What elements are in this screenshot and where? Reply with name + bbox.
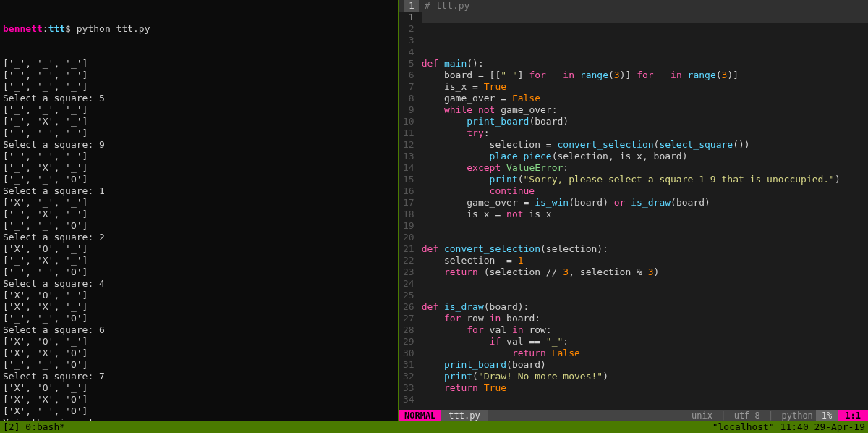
terminal-line: ['_', '_', '_'] <box>3 81 395 93</box>
code-line: return True <box>422 382 868 394</box>
terminal-line: ['X', 'O', '_'] <box>3 382 395 394</box>
terminal-output: ['_', '_', '_']['_', '_', '_']['_', '_',… <box>3 58 395 421</box>
filename-badge: ttt.py <box>441 410 487 421</box>
position-badge: 1:1 <box>838 410 868 421</box>
tab-number: 1 <box>404 0 419 12</box>
terminal-line: ['_', '_', '_'] <box>3 127 395 139</box>
terminal-command: python ttt.py <box>77 23 150 34</box>
code-line: print_board(board) <box>422 116 868 127</box>
terminal-line: ['_', 'X', '_'] <box>3 255 395 266</box>
terminal-line: ['X', 'O', '_'] <box>3 336 395 348</box>
terminal-line: ['_', '_', '_'] <box>3 104 395 116</box>
code-line: game_over = is_win(board) or is_draw(boa… <box>422 197 868 209</box>
terminal-pane[interactable]: bennett:ttt$ python ttt.py ['_', '_', '_… <box>0 0 398 421</box>
code-line: except ValueError: <box>422 162 868 174</box>
code-line: print_board(board) <box>422 359 868 371</box>
code-body[interactable]: def main(): board = [["_"] for _ in rang… <box>422 12 868 410</box>
code-line: print("Sorry, please select a square 1-9… <box>422 174 868 185</box>
code-line: def is_draw(board): <box>422 301 868 313</box>
code-area[interactable]: 1234567891011121314151617181920212223242… <box>399 12 868 410</box>
terminal-line: ['_', 'X', '_'] <box>3 209 395 220</box>
code-line: continue <box>422 185 868 197</box>
code-line <box>422 405 868 410</box>
workspace: bennett:ttt$ python ttt.py ['_', '_', '_… <box>0 0 868 421</box>
code-line: selection -= 1 <box>422 255 868 266</box>
code-line: game_over = False <box>422 93 868 104</box>
code-line: for val in row: <box>422 324 868 336</box>
terminal-line: ['_', '_', 'O'] <box>3 174 395 185</box>
terminal-line: Select a square: 9 <box>3 139 395 151</box>
terminal-line: Select a square: 6 <box>3 324 395 336</box>
terminal-line: ['_', 'X', '_'] <box>3 116 395 127</box>
code-line <box>422 394 868 405</box>
code-line: is_x = True <box>422 81 868 93</box>
line-number-gutter: 1234567891011121314151617181920212223242… <box>399 12 422 410</box>
code-line <box>422 290 868 301</box>
terminal-line: Select a square: 1 <box>3 185 395 197</box>
terminal-line: Select a square: 5 <box>3 93 395 104</box>
terminal-line: ['_', '_', '_'] <box>3 58 395 70</box>
terminal-line: ['_', '_', '_'] <box>3 151 395 162</box>
code-line: def main(): <box>422 58 868 70</box>
status-right: unix | utf-8 | python <box>689 410 816 421</box>
code-line: selection = convert_selection(select_squ… <box>422 139 868 151</box>
terminal-line: Select a square: 2 <box>3 232 395 243</box>
prompt-user: bennett <box>3 23 43 34</box>
terminal-line: Select a square: 4 <box>3 278 395 290</box>
terminal-line: ['X', 'O', '_'] <box>3 290 395 301</box>
code-line <box>422 46 868 58</box>
code-line <box>422 232 868 243</box>
editor-pane[interactable]: 1 # ttt.py 12345678910111213141516171819… <box>399 0 868 421</box>
code-line: for row in board: <box>422 313 868 324</box>
code-line: def convert_selection(selection): <box>422 243 868 255</box>
code-line: place_piece(selection, is_x, board) <box>422 151 868 162</box>
current-line-highlight <box>422 12 868 23</box>
code-line: while not game_over: <box>422 104 868 116</box>
code-line: if val == "_": <box>422 336 868 348</box>
code-line: board = [["_"] for _ in range(3)] for _ … <box>422 70 868 81</box>
percent-badge: 1% <box>816 410 838 421</box>
terminal-line: ['_', '_', 'O'] <box>3 220 395 232</box>
terminal-line: ['X', 'X', '_'] <box>3 301 395 313</box>
terminal-line: ['_', '_', 'O'] <box>3 359 395 371</box>
code-line: return (selection // 3, selection % 3) <box>422 266 868 278</box>
mode-badge: NORMAL <box>399 410 441 421</box>
code-line: return False <box>422 348 868 359</box>
tmux-left: [2] 0:bash* <box>3 421 65 433</box>
editor-tab[interactable]: 1 # ttt.py <box>399 0 868 12</box>
terminal-line: ['X', 'X', 'O'] <box>3 394 395 405</box>
terminal-line: ['X', 'O', '_'] <box>3 243 395 255</box>
code-line: print("Draw! No more moves!") <box>422 371 868 382</box>
terminal-line: Select a square: 7 <box>3 371 395 382</box>
code-line: is_x = not is_x <box>422 209 868 220</box>
terminal-line: ['_', 'X', '_'] <box>3 162 395 174</box>
code-line <box>422 278 868 290</box>
terminal-line: ['X', '_', '_'] <box>3 197 395 209</box>
terminal-line: ['_', '_', '_'] <box>3 70 395 81</box>
terminal-line: bennett:ttt$ python ttt.py <box>3 23 395 35</box>
tab-comment: # ttt.py <box>425 0 470 12</box>
prompt-path: ttt <box>48 23 65 34</box>
code-line <box>422 220 868 232</box>
code-line: try: <box>422 127 868 139</box>
editor-statusline: NORMAL ttt.py unix | utf-8 | python 1% 1… <box>399 410 868 421</box>
terminal-line: ['X', 'X', 'O'] <box>3 348 395 359</box>
terminal-line: ['_', '_', 'O'] <box>3 313 395 324</box>
tmux-right: "localhost" 11:40 29-Apr-19 <box>712 421 865 433</box>
terminal-line: ['X', '_', 'O'] <box>3 405 395 417</box>
terminal-line: ['_', '_', 'O'] <box>3 266 395 278</box>
tmux-statusbar: [2] 0:bash* "localhost" 11:40 29-Apr-19 <box>0 421 868 433</box>
